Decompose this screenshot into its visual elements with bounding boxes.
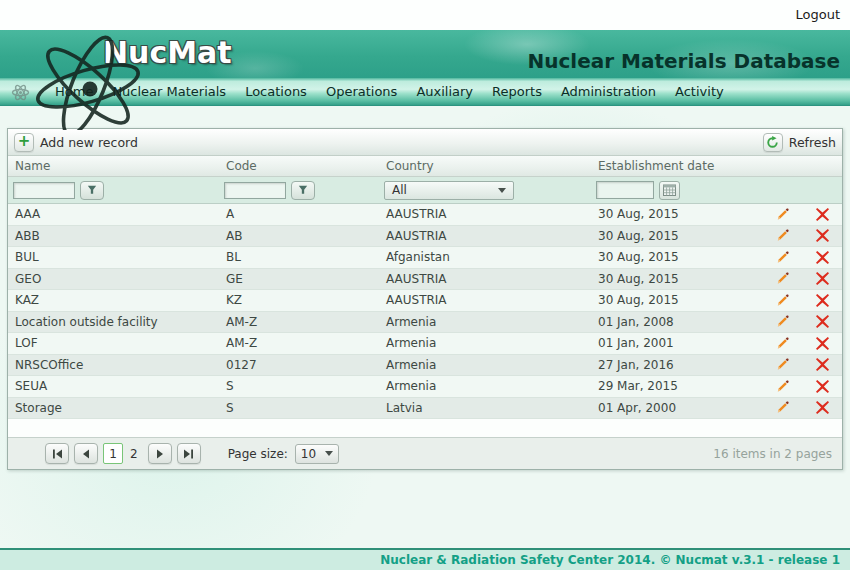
calendar-icon: [663, 184, 676, 196]
column-header-code[interactable]: Code: [219, 159, 379, 173]
delete-button[interactable]: [802, 272, 842, 285]
code-filter-button[interactable]: [291, 181, 315, 200]
current-page-button[interactable]: 1: [103, 443, 123, 464]
edit-button[interactable]: [762, 357, 802, 372]
date-picker-button[interactable]: [659, 181, 680, 200]
cell-name: NRSCOffice: [8, 358, 219, 372]
delete-button[interactable]: [802, 315, 842, 328]
edit-button[interactable]: [762, 250, 802, 265]
first-page-button[interactable]: [45, 443, 69, 464]
table-row: Location outside facilityAM-ZArmenia01 J…: [8, 312, 842, 334]
table-row: AAAAAAUSTRIA30 Aug, 2015: [8, 204, 842, 226]
delete-button[interactable]: [802, 208, 842, 221]
cell-date: 30 Aug, 2015: [591, 293, 762, 307]
pencil-icon: [775, 228, 790, 243]
cell-country: Armenia: [379, 336, 591, 350]
cell-date: 01 Apr, 2000: [591, 401, 762, 415]
nav-item-nuclear-materials[interactable]: Nuclear Materials: [112, 84, 226, 99]
table-row: StorageSLatvia01 Apr, 2000: [8, 398, 842, 420]
cell-name: ABB: [8, 229, 219, 243]
content-area: + Add new record Refresh Name Code Count…: [0, 106, 850, 548]
cell-code: KZ: [219, 293, 379, 307]
table-row: LOFAM-ZArmenia01 Jan, 2001: [8, 333, 842, 355]
delete-button[interactable]: [802, 380, 842, 393]
nav-item-administration[interactable]: Administration: [561, 84, 656, 99]
edit-button[interactable]: [762, 228, 802, 243]
cell-name: LOF: [8, 336, 219, 350]
country-filter-value: All: [392, 183, 407, 197]
cell-name: KAZ: [8, 293, 219, 307]
cell-date: 30 Aug, 2015: [591, 207, 762, 221]
column-header-establishment-date[interactable]: Establishment date: [591, 159, 762, 173]
edit-button[interactable]: [762, 400, 802, 415]
cell-code: BL: [219, 250, 379, 264]
delete-button[interactable]: [802, 294, 842, 307]
table-rows: AAAAAAUSTRIA30 Aug, 2015ABBABAAUSTRIA30 …: [8, 204, 842, 419]
name-filter-input[interactable]: [13, 182, 75, 199]
edit-button[interactable]: [762, 271, 802, 286]
cell-country: AAUSTRIA: [379, 272, 591, 286]
country-filter-dropdown[interactable]: All: [384, 181, 514, 200]
name-filter-button[interactable]: [80, 181, 104, 200]
date-filter-input[interactable]: [596, 181, 654, 199]
page-2-button[interactable]: 2: [130, 447, 138, 461]
chevron-down-icon: [498, 188, 506, 193]
refresh-button[interactable]: Refresh: [763, 133, 836, 152]
cell-date: 29 Mar, 2015: [591, 379, 762, 393]
nav-item-activity[interactable]: Activity: [675, 84, 724, 99]
header-banner: NucMat Nuclear Materials Database: [0, 30, 850, 78]
grid-toolbar: + Add new record Refresh: [8, 129, 842, 156]
table-row: SEUASArmenia29 Mar, 2015: [8, 376, 842, 398]
logout-link[interactable]: Logout: [795, 7, 840, 22]
delete-x-icon: [816, 315, 829, 328]
cell-date: 01 Jan, 2001: [591, 336, 762, 350]
delete-button[interactable]: [802, 358, 842, 371]
nav-item-home[interactable]: Home: [55, 84, 93, 99]
delete-x-icon: [816, 401, 829, 414]
filter-row: All: [8, 177, 842, 204]
nav-item-locations[interactable]: Locations: [245, 84, 307, 99]
add-new-record-button[interactable]: + Add new record: [14, 133, 138, 152]
cell-country: Armenia: [379, 358, 591, 372]
delete-button[interactable]: [802, 401, 842, 414]
cell-name: AAA: [8, 207, 219, 221]
delete-x-icon: [816, 251, 829, 264]
add-icon: +: [14, 133, 34, 152]
column-header-name[interactable]: Name: [8, 159, 219, 173]
top-strip: Logout: [0, 0, 850, 30]
column-header-country[interactable]: Country: [379, 159, 591, 173]
nav-item-auxiliary[interactable]: Auxiliary: [416, 84, 473, 99]
delete-button[interactable]: [802, 337, 842, 350]
pager-summary: 16 items in 2 pages: [713, 447, 832, 461]
next-page-button[interactable]: [148, 443, 172, 464]
cell-name: Location outside facility: [8, 315, 219, 329]
cell-date: 27 Jan, 2016: [591, 358, 762, 372]
delete-button[interactable]: [802, 251, 842, 264]
last-page-button[interactable]: [177, 443, 201, 464]
delete-button[interactable]: [802, 229, 842, 242]
table-row: NRSCOffice0127Armenia27 Jan, 2016: [8, 355, 842, 377]
edit-button[interactable]: [762, 336, 802, 351]
prev-page-button[interactable]: [74, 443, 98, 464]
edit-button[interactable]: [762, 293, 802, 308]
nav-item-operations[interactable]: Operations: [326, 84, 397, 99]
delete-x-icon: [816, 229, 829, 242]
cell-name: Storage: [8, 401, 219, 415]
cell-country: Armenia: [379, 315, 591, 329]
nav-item-reports[interactable]: Reports: [492, 84, 542, 99]
edit-button[interactable]: [762, 314, 802, 329]
pager-bar: 1 2 Page size: 10 16 items in 2 pages: [8, 438, 842, 469]
delete-x-icon: [816, 272, 829, 285]
pencil-icon: [775, 314, 790, 329]
page-size-dropdown[interactable]: 10: [295, 444, 339, 464]
table-row: KAZKZAAUSTRIA30 Aug, 2015: [8, 290, 842, 312]
cell-name: SEUA: [8, 379, 219, 393]
cell-country: AAUSTRIA: [379, 229, 591, 243]
edit-button[interactable]: [762, 207, 802, 222]
footer-text: Nuclear & Radiation Safety Center 2014. …: [380, 553, 840, 567]
table-header-row: Name Code Country Establishment date: [8, 156, 842, 177]
cell-code: GE: [219, 272, 379, 286]
edit-button[interactable]: [762, 379, 802, 394]
cell-date: 30 Aug, 2015: [591, 229, 762, 243]
code-filter-input[interactable]: [224, 182, 286, 199]
